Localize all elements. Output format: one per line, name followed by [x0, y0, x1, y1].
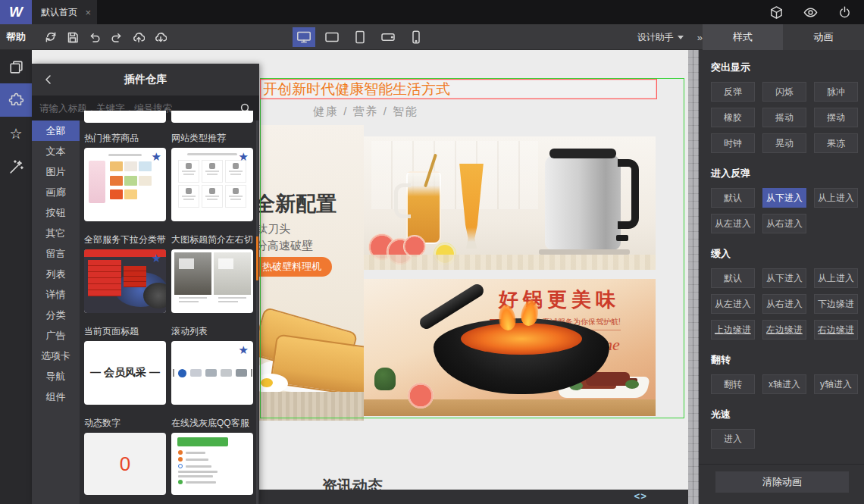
hero-subtitle[interactable]: 健康 / 营养 / 智能 [313, 105, 418, 119]
anim-button-默认[interactable]: 默认 [711, 188, 755, 208]
banner-wok[interactable]: 好锅更美味 无忧购物，至诚服务为你保驾护航! Warm Home [364, 279, 656, 416]
category-列表[interactable]: 列表 [32, 264, 80, 284]
category-留言[interactable]: 留言 [32, 243, 80, 264]
refresh-icon[interactable] [45, 31, 57, 43]
category-详情[interactable]: 详情 [32, 284, 80, 305]
anim-button-从下进入[interactable]: 从下进入 [762, 188, 806, 208]
plugin-card-全部服务下拉分类带...[interactable]: ★ [84, 249, 166, 313]
plugin-card-滚动列表[interactable]: ★ [171, 341, 253, 405]
device-preview-switcher [293, 27, 427, 47]
anim-button-右边缘进[interactable]: 右边缘进 [814, 320, 858, 340]
power-icon[interactable] [837, 5, 852, 20]
plugin-grid: 热门推荐商品网站类型推荐 ★ ★全部服务下拉分类带...大图标题简介左右切...… [84, 111, 259, 504]
anim-button-从右进入[interactable]: 从右进入 [762, 294, 806, 314]
banner-blender-heading: 全新配置 [259, 190, 337, 218]
design-assistant-dropdown[interactable]: 设计助手 [637, 31, 684, 44]
category-导航[interactable]: 导航 [32, 366, 80, 387]
anim-button-从右进入[interactable]: 从右进入 [762, 214, 806, 233]
plugin-card-在线浅灰底QQ客服[interactable] [171, 433, 253, 495]
code-view-icon[interactable]: <> [634, 491, 647, 502]
anim-button-晃动[interactable]: 晃动 [762, 133, 806, 153]
rail-item-magic-wand[interactable] [0, 150, 32, 183]
pages-icon [8, 59, 24, 75]
plugin-card-网站类型推荐[interactable]: ★ [171, 148, 253, 221]
anim-button-摆动[interactable]: 摆动 [814, 108, 858, 127]
page-tab[interactable]: 默认首页 × [32, 0, 97, 24]
cloud-download-icon[interactable] [155, 31, 167, 43]
back-icon[interactable] [32, 74, 65, 85]
anim-button-反弹[interactable]: 反弹 [711, 82, 755, 102]
anim-button-上边缘进[interactable]: 上边缘进 [711, 320, 755, 340]
anim-button-x轴进入[interactable]: x轴进入 [762, 374, 806, 394]
anim-button-进入[interactable]: 进入 [711, 429, 755, 449]
clipped-cards-row [84, 111, 259, 123]
cloud-upload-icon[interactable] [133, 31, 145, 43]
category-文本[interactable]: 文本 [32, 141, 80, 161]
tab-animation[interactable]: 动画 [783, 24, 864, 50]
category-其它[interactable]: 其它 [32, 223, 80, 243]
app-logo[interactable]: W [0, 0, 32, 24]
anim-button-从上进入[interactable]: 从上进入 [814, 268, 858, 288]
category-广告[interactable]: 广告 [32, 325, 80, 346]
plugin-panel-scrollbar-thumb[interactable] [256, 236, 258, 280]
anim-button-闪烁[interactable]: 闪烁 [762, 82, 806, 102]
category-选项卡[interactable]: 选项卡 [32, 346, 80, 366]
category-组件[interactable]: 组件 [32, 387, 80, 407]
rail-item-favorites[interactable]: ☆ [0, 117, 32, 150]
anim-button-默认[interactable]: 默认 [711, 268, 755, 288]
plugin-card-动态数字[interactable]: 0 [84, 433, 166, 495]
anim-button-橡胶[interactable]: 橡胶 [711, 108, 755, 127]
category-按钮[interactable]: 按钮 [32, 202, 80, 223]
tab-style[interactable]: 样式 [703, 24, 783, 50]
anim-button-脉冲[interactable]: 脉冲 [814, 82, 858, 102]
redo-icon[interactable] [111, 31, 123, 43]
category-画廊[interactable]: 画廊 [32, 182, 80, 202]
favorite-star-icon[interactable]: ★ [239, 151, 249, 162]
plugin-card-大图标题简介左右切...[interactable] [171, 249, 253, 313]
category-分类[interactable]: 分类 [32, 305, 80, 325]
plugin-label: 当前页面标题 [84, 325, 166, 338]
anim-button-从下进入[interactable]: 从下进入 [762, 268, 806, 288]
device-phone-portrait-button[interactable] [405, 27, 427, 47]
anim-button-果冻[interactable]: 果冻 [814, 133, 858, 153]
anim-button-从左进入[interactable]: 从左进入 [711, 214, 755, 233]
anim-button-下边缘进[interactable]: 下边缘进 [814, 294, 858, 314]
anim-button-摇动[interactable]: 摇动 [762, 108, 806, 127]
rail-item-pages[interactable] [0, 50, 32, 83]
clear-animation-button[interactable]: 清除动画 [715, 471, 849, 493]
category-全部[interactable]: 全部 [32, 121, 80, 141]
undo-icon[interactable] [89, 31, 101, 43]
save-icon[interactable] [67, 31, 79, 43]
plugin-card-当前页面标题[interactable]: — 会员风采 — [84, 341, 166, 405]
grapefruit-half [408, 383, 434, 409]
more-panels-button[interactable]: » [697, 32, 703, 43]
device-phone-landscape-button[interactable] [377, 27, 399, 47]
device-tablet-portrait-button[interactable] [349, 27, 371, 47]
favorite-star-icon[interactable]: ★ [152, 151, 161, 162]
anim-button-y轴进入[interactable]: y轴进入 [814, 374, 858, 394]
category-图片[interactable]: 图片 [32, 161, 80, 182]
anim-button-时钟[interactable]: 时钟 [711, 133, 755, 153]
left-icon-rail: ☆ [0, 50, 32, 504]
anim-button-从左进入[interactable]: 从左进入 [711, 294, 755, 314]
cube-icon[interactable] [769, 5, 784, 20]
close-tab-icon[interactable]: × [85, 7, 91, 18]
anim-button-翻转[interactable]: 翻转 [711, 374, 755, 394]
plugin-label-row: 热门推荐商品网站类型推荐 [84, 132, 259, 145]
selected-title-element[interactable]: 开创新时代健康智能生活方式 [260, 79, 657, 99]
anim-button-左边缘进[interactable]: 左边缘进 [762, 320, 806, 340]
canvas-scrollbar[interactable] [688, 50, 699, 504]
favorite-star-icon[interactable]: ★ [152, 252, 161, 264]
plugin-card-热门推荐商品[interactable]: ★ [84, 148, 166, 221]
favorite-star-icon[interactable]: ★ [239, 344, 249, 355]
banner-kettle[interactable] [364, 136, 656, 270]
eye-icon[interactable] [803, 5, 818, 20]
plugin-label: 大图标题简介左右切... [171, 233, 253, 246]
device-tablet-landscape-button[interactable] [321, 27, 343, 47]
plugin-panel-scrollbar[interactable] [256, 121, 258, 504]
help-button[interactable]: 帮助 [6, 30, 26, 44]
device-desktop-button[interactable] [293, 27, 315, 47]
banner-blender[interactable]: 全新配置 钛刀头 分高速破壁 热破壁料理机 [259, 125, 364, 421]
anim-button-从上进入[interactable]: 从上进入 [814, 188, 858, 208]
rail-item-plugins[interactable] [0, 83, 32, 117]
